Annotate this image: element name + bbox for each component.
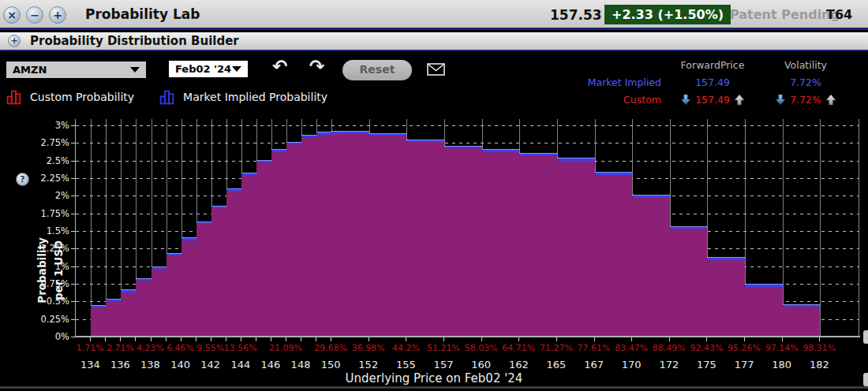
info-header-row: ForwardPrice Volatility bbox=[586, 56, 854, 73]
forward-volatility-panel: ForwardPrice Volatility Market Implied 1… bbox=[586, 56, 854, 108]
prob-bar-custom[interactable] bbox=[241, 175, 256, 337]
y-tick bbox=[71, 284, 75, 285]
prob-bar-custom[interactable] bbox=[482, 152, 520, 337]
x-axis-line bbox=[75, 336, 860, 337]
prob-bar-custom[interactable] bbox=[152, 269, 166, 337]
prob-bar[interactable] bbox=[444, 146, 482, 337]
prob-bar[interactable] bbox=[181, 237, 196, 337]
prob-bar-custom[interactable] bbox=[316, 135, 331, 337]
reset-button[interactable]: Reset bbox=[342, 60, 412, 80]
prob-bar[interactable] bbox=[271, 149, 286, 337]
prob-bar[interactable] bbox=[369, 133, 407, 337]
window-code: T64 bbox=[826, 7, 852, 22]
x-tick bbox=[594, 337, 595, 341]
forward-increase-arrow-icon[interactable] bbox=[734, 94, 745, 106]
prob-bar-custom[interactable] bbox=[166, 255, 181, 337]
y-tick-label: 3% bbox=[11, 120, 69, 131]
prob-bar[interactable] bbox=[241, 173, 256, 337]
right-edge-tab[interactable] bbox=[863, 330, 868, 344]
close-button[interactable]: × bbox=[3, 6, 21, 24]
x-tick bbox=[211, 337, 211, 341]
expiry-dropdown[interactable]: Feb02 '24 bbox=[169, 61, 248, 77]
x-tick bbox=[782, 337, 783, 341]
y-tick-label: 1.5% bbox=[11, 225, 69, 236]
prob-bar-custom[interactable] bbox=[369, 136, 407, 337]
prob-bar[interactable] bbox=[136, 278, 151, 337]
prob-bar[interactable] bbox=[196, 222, 211, 337]
prob-bar-custom[interactable] bbox=[136, 281, 151, 337]
prob-bar-custom[interactable] bbox=[181, 240, 196, 337]
prob-bar-custom[interactable] bbox=[444, 148, 482, 337]
prob-bar-custom[interactable] bbox=[519, 155, 557, 337]
x-tick bbox=[556, 337, 557, 341]
prob-bar-custom[interactable] bbox=[196, 224, 211, 337]
x-tick bbox=[301, 337, 301, 341]
prob-bar-custom[interactable] bbox=[301, 137, 316, 337]
redo-icon[interactable]: ↷ bbox=[309, 58, 324, 75]
minimize-button[interactable]: − bbox=[26, 6, 43, 24]
prob-bar[interactable] bbox=[256, 160, 271, 337]
y-tick-label: 2% bbox=[11, 190, 69, 201]
window-title: Probability Lab bbox=[85, 6, 200, 22]
price-change-badge: +2.33 (+1.50%) bbox=[604, 5, 731, 24]
prob-bar-custom[interactable] bbox=[211, 208, 226, 337]
prob-bar[interactable] bbox=[211, 206, 226, 337]
prob-bar-custom[interactable] bbox=[406, 142, 444, 337]
y-tick bbox=[71, 231, 75, 232]
last-price: 157.53 bbox=[550, 7, 602, 23]
prob-bar-custom[interactable] bbox=[91, 307, 106, 337]
prob-bar[interactable] bbox=[783, 304, 821, 337]
symbol-dropdown[interactable]: AMZN bbox=[6, 61, 146, 78]
prob-bar[interactable] bbox=[286, 142, 301, 337]
prob-bar-custom[interactable] bbox=[121, 292, 136, 337]
prob-bar-custom[interactable] bbox=[226, 192, 241, 337]
prob-bar-custom[interactable] bbox=[286, 144, 301, 337]
prob-bar[interactable] bbox=[316, 132, 331, 337]
prob-bar[interactable] bbox=[482, 149, 520, 337]
y-tick bbox=[71, 125, 75, 126]
prob-bar-custom[interactable] bbox=[271, 152, 286, 337]
undo-icon[interactable]: ↶ bbox=[272, 58, 287, 75]
expand-button[interactable]: + bbox=[8, 35, 21, 47]
volatility-decrease-arrow-icon[interactable] bbox=[775, 94, 786, 106]
custom-volatility-value: 7.72% bbox=[790, 94, 821, 106]
main-content: AMZN Feb02 '24 ↶ ↷ Reset ForwardPrice Vo… bbox=[0, 53, 868, 391]
prob-bar-custom[interactable] bbox=[670, 229, 708, 337]
legend-label: Custom Probability bbox=[30, 91, 134, 103]
x-tick bbox=[819, 337, 820, 341]
panel-header: + Probability Distribution Builder bbox=[0, 32, 868, 51]
prob-bar-custom[interactable] bbox=[783, 307, 821, 337]
prob-bar[interactable] bbox=[91, 305, 106, 337]
prob-bar[interactable] bbox=[331, 131, 369, 337]
prob-bar-custom[interactable] bbox=[707, 260, 745, 337]
prob-bar-custom[interactable] bbox=[331, 134, 369, 337]
prob-bar-custom[interactable] bbox=[632, 198, 670, 337]
prob-bar-custom[interactable] bbox=[595, 175, 633, 337]
prob-bar[interactable] bbox=[557, 158, 595, 337]
x-tick bbox=[151, 337, 152, 341]
forward-decrease-arrow-icon[interactable] bbox=[680, 94, 691, 106]
prob-bar-custom[interactable] bbox=[745, 287, 783, 337]
prob-bar[interactable] bbox=[595, 172, 633, 337]
prob-bar[interactable] bbox=[301, 135, 316, 337]
prob-bar-custom[interactable] bbox=[106, 301, 121, 337]
prob-bar[interactable] bbox=[406, 140, 444, 337]
prob-bar[interactable] bbox=[745, 284, 783, 337]
prob-bar[interactable] bbox=[632, 195, 670, 337]
email-icon[interactable] bbox=[427, 63, 445, 79]
prob-bar-custom[interactable] bbox=[256, 162, 271, 337]
x-tick bbox=[241, 337, 241, 341]
prob-bar[interactable] bbox=[152, 266, 166, 337]
prob-bar-custom[interactable] bbox=[557, 161, 595, 337]
prob-bar[interactable] bbox=[226, 188, 241, 337]
prob-bar[interactable] bbox=[121, 289, 136, 337]
maximize-button[interactable]: + bbox=[49, 6, 66, 24]
prob-bar[interactable] bbox=[707, 257, 745, 337]
y-tick-label: 1% bbox=[11, 261, 69, 272]
volatility-increase-arrow-icon[interactable] bbox=[825, 94, 836, 106]
prob-bar[interactable] bbox=[106, 299, 121, 337]
prob-bar[interactable] bbox=[670, 226, 708, 337]
right-edge-tab[interactable] bbox=[863, 373, 868, 386]
prob-bar[interactable] bbox=[519, 153, 557, 337]
prob-bar[interactable] bbox=[166, 253, 181, 337]
